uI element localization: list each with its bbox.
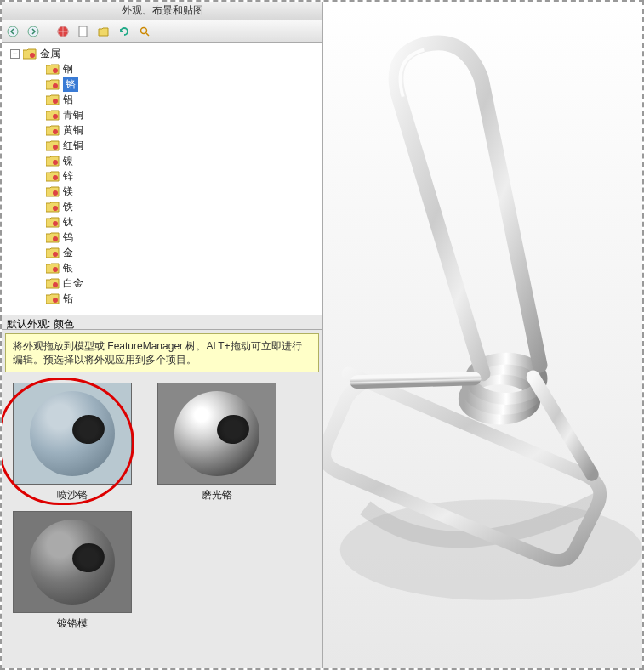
tree-item-0[interactable]: 钢 (3, 61, 321, 77)
tree-item-label: 钨 (63, 230, 73, 245)
globe-button[interactable] (55, 24, 71, 39)
folder-icon (46, 262, 60, 274)
folder-icon (46, 155, 60, 167)
tree-item-9[interactable]: 铁 (3, 199, 321, 214)
hint-tooltip: 将外观拖放到模型或 FeatureManager 树。ALT+拖动可立即进行编辑… (5, 333, 319, 372)
tree-item-label: 锌 (63, 169, 73, 184)
thumb-image (13, 383, 132, 485)
tree-item-15[interactable]: 铅 (3, 291, 321, 306)
tree-item-label: 铝 (63, 93, 73, 107)
tree-item-label: 白金 (63, 276, 83, 291)
tree-item-1[interactable]: 铬 (3, 77, 321, 92)
panel-title: 外观、布景和贴图 (2, 2, 322, 20)
tree-root-label: 金属 (40, 47, 60, 61)
tree-item-label: 铅 (63, 292, 73, 306)
default-appearance-label: 默认外观: 颜色 (2, 315, 322, 330)
refresh-button[interactable] (117, 24, 132, 39)
toolbar-separator (48, 25, 48, 38)
svg-point-5 (141, 27, 147, 33)
svg-point-8 (53, 83, 58, 88)
tree-item-4[interactable]: 黄铜 (3, 122, 321, 138)
collapse-icon[interactable]: − (10, 49, 20, 59)
tree-item-label: 金 (63, 246, 73, 260)
tree-item-2[interactable]: 铝 (3, 92, 321, 107)
doc-button[interactable] (76, 24, 91, 39)
thumb-label: 镀铬模 (57, 616, 88, 631)
svg-point-19 (53, 252, 58, 257)
thumb-image (13, 511, 132, 613)
folder-icon (46, 185, 60, 197)
search-button[interactable] (137, 24, 152, 39)
tree-item-label: 红铜 (63, 139, 83, 153)
svg-point-1 (28, 26, 38, 37)
folder-icon (46, 78, 60, 90)
svg-point-12 (53, 145, 58, 150)
panel-toolbar (2, 20, 322, 43)
folder-icon (46, 216, 60, 228)
folder-icon (46, 139, 60, 151)
folder-icon (46, 201, 60, 213)
svg-point-18 (53, 236, 58, 241)
thumb-0[interactable]: 喷沙铬 (9, 383, 136, 503)
tree-item-label: 青铜 (63, 108, 83, 122)
tree-item-label: 银 (63, 261, 73, 275)
folder-icon (46, 109, 60, 121)
thumb-1[interactable]: 磨光铬 (153, 383, 281, 503)
tree-item-label: 钢 (63, 62, 73, 77)
back-button[interactable] (5, 24, 20, 39)
svg-rect-4 (79, 26, 87, 37)
tree-item-label: 铬 (63, 77, 78, 92)
tree-item-8[interactable]: 镁 (3, 184, 321, 199)
thumb-image (157, 383, 276, 485)
folder-icon (46, 63, 60, 75)
svg-point-14 (53, 175, 58, 180)
appearance-gallery: 喷沙铬磨光铬镀铬模 (2, 376, 322, 668)
tree-item-6[interactable]: 镍 (3, 153, 321, 168)
tree-root-metal[interactable]: − 金属 (3, 46, 321, 61)
svg-point-15 (53, 190, 58, 196)
svg-point-9 (53, 99, 58, 104)
tree-item-14[interactable]: 白金 (3, 275, 321, 291)
tree-item-11[interactable]: 钨 (3, 230, 321, 245)
folder-icon (46, 247, 60, 258)
svg-point-16 (53, 206, 58, 211)
tree-item-12[interactable]: 金 (3, 245, 321, 260)
folder-icon (46, 124, 60, 136)
material-tree[interactable]: − 金属 钢铬铝青铜黄铜红铜镍锌镁铁钛钨金银白金铅 (2, 43, 322, 315)
tree-item-label: 钛 (63, 215, 73, 230)
svg-point-7 (53, 68, 58, 73)
tree-item-label: 铁 (63, 200, 73, 214)
svg-point-10 (53, 114, 58, 119)
model-viewport[interactable] (323, 2, 642, 668)
folder-icon (46, 94, 60, 105)
svg-point-21 (53, 282, 58, 287)
open-button[interactable] (96, 24, 111, 39)
tree-item-3[interactable]: 青铜 (3, 107, 321, 122)
forward-button[interactable] (26, 24, 41, 39)
svg-point-17 (53, 221, 58, 226)
tree-item-5[interactable]: 红铜 (3, 138, 321, 153)
folder-icon (46, 277, 60, 289)
tree-item-label: 镍 (63, 154, 73, 168)
folder-icon (46, 170, 60, 182)
tree-item-label: 镁 (63, 185, 73, 199)
model-canvas (323, 2, 642, 668)
svg-point-20 (53, 267, 58, 272)
svg-point-0 (8, 26, 18, 37)
svg-point-22 (53, 298, 58, 303)
folder-icon (46, 231, 60, 243)
folder-icon (23, 48, 37, 60)
svg-point-11 (53, 129, 58, 134)
folder-icon (46, 292, 60, 304)
thumb-2[interactable]: 镀铬模 (9, 511, 136, 631)
thumb-label: 喷沙铬 (57, 488, 88, 503)
tree-item-label: 黄铜 (63, 123, 83, 138)
svg-point-6 (30, 53, 35, 58)
svg-point-13 (53, 160, 58, 165)
thumb-label: 磨光铬 (202, 488, 232, 503)
tree-item-10[interactable]: 钛 (3, 214, 321, 230)
tree-item-7[interactable]: 锌 (3, 168, 321, 184)
tree-item-13[interactable]: 银 (3, 260, 321, 275)
